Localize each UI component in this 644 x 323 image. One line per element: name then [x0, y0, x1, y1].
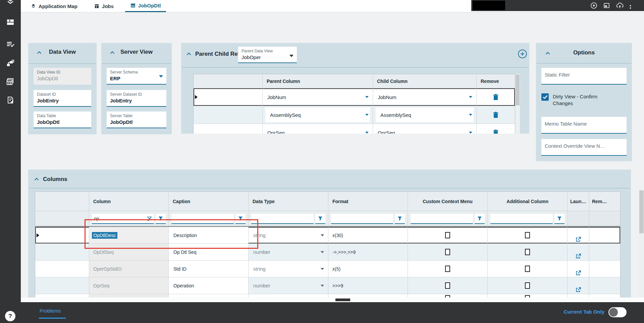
launch-cell[interactable]: [568, 261, 589, 277]
launch-cell[interactable]: [568, 277, 589, 294]
column-row[interactable]: OpDtlDesc Description string x(30): [35, 227, 620, 244]
data-type-select[interactable]: string: [249, 227, 328, 243]
data-type-select[interactable]: number: [249, 244, 328, 260]
custom-context-menu-filter-input[interactable]: [411, 214, 473, 224]
column-name-cell[interactable]: OperOpStdID: [89, 261, 169, 277]
layout-designer-icon[interactable]: [6, 18, 14, 26]
parent-column-select[interactable]: OprSeq: [263, 124, 373, 134]
column-filter-input[interactable]: op: [92, 214, 154, 224]
collapse-chevron-icon[interactable]: [186, 52, 191, 55]
tab-application-map[interactable]: Application Map: [25, 0, 83, 12]
columns-vertical-scrollbar[interactable]: [639, 190, 644, 297]
open-launch-icon[interactable]: [576, 287, 581, 293]
header-caption[interactable]: Caption: [169, 192, 249, 211]
header-remove[interactable]: Remove: [477, 74, 515, 88]
custom-context-menu-cell[interactable]: [408, 244, 488, 260]
data-type-select[interactable]: number: [249, 277, 328, 294]
open-launch-icon[interactable]: [576, 253, 581, 259]
column-name-cell[interactable]: OprSeq: [89, 277, 169, 294]
header-data-type[interactable]: Data Type: [249, 192, 328, 211]
checkbox-unchecked-icon[interactable]: [525, 266, 530, 272]
remove-cell[interactable]: [589, 227, 620, 243]
dataset-id-field[interactable]: Dataset ID JobEntry: [34, 90, 91, 107]
row-selector-cell[interactable]: [194, 124, 263, 134]
static-filter-field[interactable]: Static Filter: [541, 68, 627, 85]
remove-cell[interactable]: [477, 88, 515, 106]
context-override-view-field[interactable]: Context Override View N…: [541, 139, 627, 156]
help-button[interactable]: ?: [5, 311, 15, 321]
scrollbar-thumb[interactable]: [639, 190, 644, 233]
caption-cell[interactable]: Op Dtl Seq: [169, 244, 249, 260]
filter-funnel-button[interactable]: [156, 214, 166, 224]
delete-trash-icon[interactable]: [493, 130, 498, 134]
dirty-view-checkbox[interactable]: Dirty View - Confirm Changes: [541, 93, 616, 107]
memo-table-name-field[interactable]: Memo Table Name: [541, 117, 627, 134]
data-type-filter-input[interactable]: [251, 214, 314, 224]
caption-filter-input[interactable]: [171, 214, 234, 224]
column-row[interactable]: [35, 294, 620, 297]
server-schema-select[interactable]: Server Schema ERP: [107, 68, 166, 85]
collapse-double-chevron-icon[interactable]: [6, 0, 14, 6]
additional-column-filter-input[interactable]: [490, 214, 553, 224]
header-custom-context-menu[interactable]: Custom Context Menu: [408, 192, 488, 211]
format-cell[interactable]: ->,>>>,>>9: [328, 244, 408, 260]
data-tables-icon[interactable]: [6, 78, 14, 86]
relationships-scrollbar[interactable]: [515, 74, 520, 134]
filter-funnel-button[interactable]: [475, 214, 485, 224]
checkbox-unchecked-icon[interactable]: [445, 249, 450, 255]
row-selector-cell[interactable]: [35, 261, 89, 277]
checkbox-unchecked-icon[interactable]: [445, 232, 450, 238]
checkbox-unchecked-icon[interactable]: [525, 249, 530, 255]
launch-cell[interactable]: [568, 244, 589, 260]
custom-context-menu-cell[interactable]: [408, 277, 488, 294]
header-parent-column[interactable]: Parent Column: [263, 74, 373, 88]
column-row[interactable]: OperOpStdID Std ID string x(5): [35, 261, 620, 277]
tab-jobs[interactable]: Jobs: [89, 0, 119, 12]
relationship-row[interactable]: JobNum JobNum: [194, 88, 515, 106]
custom-context-menu-cell[interactable]: [408, 227, 488, 243]
child-column-select[interactable]: OprSeq: [373, 124, 477, 134]
checkbox-unchecked-icon[interactable]: [445, 282, 450, 289]
scrollbar-thumb[interactable]: [335, 298, 350, 301]
header-remove[interactable]: Rem…: [589, 192, 620, 211]
collapse-chevron-icon[interactable]: [34, 178, 39, 181]
current-tab-only-toggle[interactable]: [608, 307, 627, 317]
server-table-field[interactable]: Server Table JobOpDtl: [107, 111, 166, 128]
tab-jobopdtl[interactable]: JobOpDtl: [125, 0, 166, 12]
column-row[interactable]: OpDtlSeq Op Dtl Seq number ->,>>>,>>9: [35, 244, 620, 261]
additional-column-cell[interactable]: [488, 227, 568, 243]
caption-cell[interactable]: Operation: [169, 277, 249, 294]
data-type-select[interactable]: string: [249, 261, 328, 277]
header-child-column[interactable]: Child Column: [373, 74, 477, 88]
row-selector-cell[interactable]: [35, 244, 89, 260]
header-launch[interactable]: Laun…: [568, 192, 589, 211]
run-preview-icon[interactable]: [590, 2, 597, 9]
checklist-icon[interactable]: [6, 40, 14, 48]
add-relationship-button[interactable]: [518, 49, 527, 59]
row-selector-cell[interactable]: [194, 106, 263, 124]
remove-cell[interactable]: [477, 124, 515, 134]
caption-cell[interactable]: Description: [169, 227, 249, 243]
child-column-select[interactable]: AssemblySeq: [373, 106, 477, 124]
edit-document-icon[interactable]: [6, 96, 14, 104]
server-dataset-id-field[interactable]: Server Dataset ID JobEntry: [107, 90, 166, 107]
format-cell[interactable]: x(5): [328, 261, 408, 277]
checkbox-unchecked-icon[interactable]: [445, 266, 450, 272]
row-selector-cell[interactable]: [35, 277, 89, 294]
filter-funnel-button[interactable]: [235, 214, 246, 224]
header-format[interactable]: Format: [328, 192, 408, 211]
checkbox-unchecked-icon[interactable]: [525, 232, 530, 238]
problems-tab[interactable]: Problems: [40, 308, 61, 314]
parent-data-view-select[interactable]: Parent Data View JobOper: [238, 47, 297, 63]
child-column-select[interactable]: JobNum: [373, 88, 477, 106]
open-launch-icon[interactable]: [576, 237, 581, 242]
preview-window-icon[interactable]: [603, 2, 610, 9]
remove-cell[interactable]: [477, 106, 515, 124]
header-column[interactable]: Column: [89, 192, 169, 211]
overflow-menu-icon[interactable]: [630, 3, 631, 9]
parent-column-select[interactable]: JobNum: [263, 88, 373, 106]
checkbox-unchecked-icon[interactable]: [525, 282, 530, 289]
toggle-knob[interactable]: [609, 308, 618, 317]
column-name-cell[interactable]: OpDtlSeq: [89, 244, 169, 260]
remove-cell[interactable]: [589, 244, 620, 260]
